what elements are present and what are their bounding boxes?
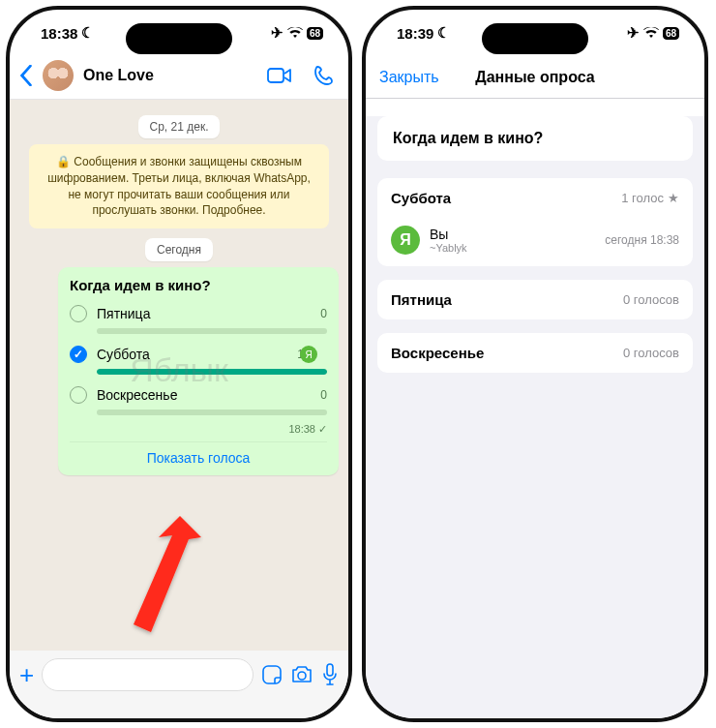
svg-marker-1 — [134, 516, 201, 632]
attach-button[interactable]: + — [19, 660, 34, 690]
show-votes-button[interactable]: Показать голоса — [70, 441, 327, 470]
poll-option-count: 0 — [320, 307, 327, 320]
poll-message: Когда идем в кино? Пятница 0 Суббота Я 1… — [58, 267, 339, 475]
chat-title[interactable]: One Love — [83, 67, 257, 84]
voter-name: Вы ~Yablyk — [430, 227, 595, 254]
airplane-icon: ✈︎ — [627, 24, 640, 42]
poll-question: Когда идем в кино? — [70, 277, 327, 293]
poll-option[interactable]: Суббота Я 1 — [70, 342, 327, 367]
annotation-arrow — [97, 516, 203, 642]
modal-header: Закрыть Данные опроса — [366, 56, 704, 99]
camera-button[interactable] — [290, 665, 313, 684]
vote-time: сегодня 18:38 — [605, 233, 679, 247]
voter-avatar: Я — [391, 226, 420, 255]
poll-option-label: Воскресенье — [391, 345, 484, 361]
chat-header: One Love — [10, 56, 348, 100]
vote-count: 0 голосов — [623, 346, 679, 360]
notch — [482, 23, 588, 54]
do-not-disturb-icon: ☾ — [437, 24, 450, 42]
poll-option-label: Пятница — [391, 291, 452, 308]
poll-result-group: Пятница 0 голосов — [377, 280, 693, 319]
poll-option-count: 0 — [320, 388, 327, 402]
message-composer: + — [10, 651, 348, 718]
status-time: 18:39 — [397, 25, 433, 42]
poll-option[interactable]: Воскресенье 0 — [70, 382, 327, 408]
poll-option-label: Пятница — [97, 306, 311, 321]
mic-button[interactable] — [321, 663, 339, 686]
voter-avatar: Я — [300, 346, 317, 363]
date-separator: Ср, 21 дек. — [138, 115, 221, 138]
close-button[interactable]: Закрыть — [379, 69, 439, 86]
poll-option-label: Суббота — [97, 347, 287, 362]
phone-right: 18:39 ☾ ✈︎ 68 Закрыть Данные опроса Когд… — [362, 6, 708, 722]
battery-indicator: 68 — [307, 27, 323, 40]
poll-bar — [97, 369, 327, 375]
sticker-button[interactable] — [261, 664, 283, 685]
poll-bar — [97, 410, 327, 415]
message-timestamp: 18:38 ✓ — [70, 423, 327, 436]
poll-option-label: Воскресенье — [97, 387, 311, 403]
poll-option-label: Суббота — [391, 190, 451, 206]
airplane-icon: ✈︎ — [271, 24, 283, 42]
radio-unchecked-icon[interactable] — [70, 305, 87, 322]
chat-body: Ср, 21 дек. 🔒 Сообщения и звонки защищен… — [10, 100, 348, 671]
svg-rect-2 — [263, 666, 281, 683]
modal-title: Данные опроса — [475, 69, 594, 86]
radio-unchecked-icon[interactable] — [70, 386, 87, 404]
status-time: 18:38 — [41, 25, 77, 42]
svg-rect-0 — [268, 69, 283, 82]
battery-indicator: 68 — [663, 27, 679, 40]
voter-handle: ~Yablyk — [430, 242, 595, 254]
radio-checked-icon[interactable] — [70, 346, 87, 363]
svg-point-3 — [298, 672, 306, 680]
poll-question-card: Когда идем в кино? — [377, 116, 693, 161]
video-call-button[interactable] — [267, 67, 292, 84]
poll-bar — [97, 328, 327, 334]
back-button[interactable] — [19, 65, 33, 86]
poll-result-group: Воскресенье 0 голосов — [377, 333, 693, 373]
message-input[interactable] — [42, 658, 254, 691]
notch — [126, 23, 232, 54]
star-filled-icon: ★ — [668, 191, 679, 205]
date-separator-today: Сегодня — [145, 238, 213, 261]
avatar[interactable] — [43, 60, 74, 91]
voter-row[interactable]: Я Вы ~Yablyk сегодня 18:38 — [377, 218, 693, 266]
do-not-disturb-icon: ☾ — [81, 24, 94, 42]
poll-details-body: Когда идем в кино? Суббота 1 голос ★ Я В… — [366, 116, 704, 722]
wifi-icon — [287, 27, 303, 39]
voice-call-button[interactable] — [313, 65, 335, 86]
wifi-icon — [643, 27, 659, 39]
encryption-notice[interactable]: 🔒 Сообщения и звонки защищены сквозным ш… — [29, 144, 329, 228]
poll-result-group: Суббота 1 голос ★ Я Вы ~Yablyk сегодня 1… — [377, 178, 693, 266]
svg-rect-4 — [327, 664, 333, 676]
vote-count: 1 голос ★ — [621, 191, 679, 205]
phone-left: 18:38 ☾ ✈︎ 68 One Love Ср, 21 дек. 🔒 Соо… — [6, 6, 352, 722]
vote-count: 0 голосов — [623, 292, 679, 307]
poll-option[interactable]: Пятница 0 — [70, 301, 327, 326]
